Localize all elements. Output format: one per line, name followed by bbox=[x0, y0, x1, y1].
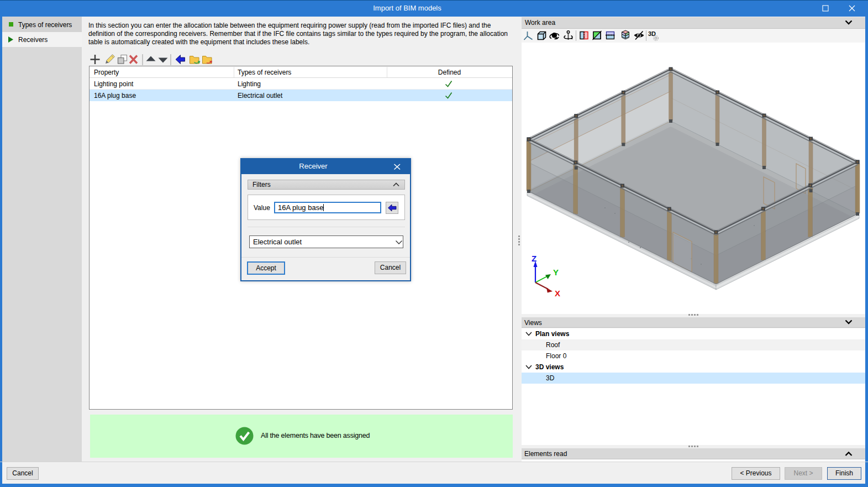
svg-text:Z: Z bbox=[532, 254, 536, 263]
svg-text:X: X bbox=[555, 289, 560, 298]
svg-text:3D: 3D bbox=[648, 30, 656, 37]
svg-text:Y: Y bbox=[553, 268, 559, 277]
